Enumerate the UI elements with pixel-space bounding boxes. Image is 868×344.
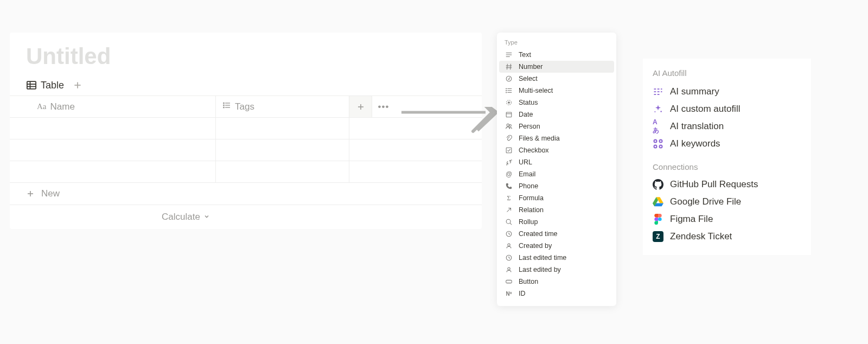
ai-option-label: AI summary	[670, 86, 719, 97]
tab-table[interactable]: Table	[26, 80, 64, 91]
type-option-label: Person	[519, 123, 540, 130]
chevron-down-icon	[203, 212, 210, 222]
type-option-id[interactable]: NºID	[499, 288, 614, 300]
table-header-row: Aa Name Tags •••	[10, 96, 482, 118]
type-option-person[interactable]: Person	[499, 120, 614, 132]
type-option-phone[interactable]: Phone	[499, 180, 614, 192]
new-row-label: New	[41, 188, 60, 199]
svg-line-38	[507, 208, 511, 212]
type-option-label: Email	[519, 170, 535, 178]
table-row[interactable]	[10, 118, 482, 139]
files-media-icon	[505, 134, 513, 143]
custom-icon	[653, 104, 663, 114]
ai-option-label: AI translation	[670, 121, 724, 132]
connection-label: GitHub Pull Requests	[670, 179, 758, 190]
github-icon	[653, 179, 663, 190]
add-view-button[interactable]	[72, 79, 84, 91]
type-option-multi-select[interactable]: Multi-select	[499, 85, 614, 97]
multi-select-icon	[505, 86, 513, 95]
svg-point-24	[506, 76, 512, 81]
select-icon	[505, 74, 513, 83]
table-options-button[interactable]: •••	[372, 96, 395, 117]
type-option-label: Button	[519, 278, 538, 285]
type-option-files-media[interactable]: Files & media	[499, 132, 614, 144]
type-option-select[interactable]: Select	[499, 73, 614, 85]
svg-point-53	[654, 145, 657, 148]
ai-option-custom[interactable]: AI custom autofill	[648, 100, 806, 118]
ai-option-keywords[interactable]: AI keywords	[648, 135, 806, 152]
type-option-label: URL	[519, 158, 532, 166]
type-option-label: Date	[519, 111, 533, 118]
connection-github[interactable]: GitHub Pull Requests	[648, 176, 806, 193]
text-icon	[505, 50, 513, 59]
svg-point-29	[506, 90, 507, 91]
rollup-icon	[505, 218, 513, 226]
connection-gdrive[interactable]: Google Drive File	[648, 193, 806, 211]
type-option-last-edited-by[interactable]: Last edited by	[499, 264, 614, 276]
svg-line-20	[507, 64, 508, 70]
svg-rect-33	[506, 112, 512, 117]
page-title[interactable]: Untitled	[10, 43, 482, 79]
type-option-email[interactable]: @Email	[499, 168, 614, 180]
type-option-label: Select	[519, 75, 538, 82]
figma-icon	[653, 214, 663, 225]
connection-zendesk[interactable]: ZZendesk Ticket	[648, 228, 806, 245]
type-option-url[interactable]: URL	[499, 156, 614, 168]
ai-option-label: AI custom autofill	[670, 104, 740, 114]
connection-figma[interactable]: Figma File	[648, 211, 806, 228]
email-icon: @	[505, 170, 513, 179]
table-row[interactable]	[10, 161, 482, 183]
type-option-status[interactable]: Status	[499, 97, 614, 109]
type-option-last-edited-time[interactable]: Last edited time	[499, 252, 614, 264]
svg-point-32	[508, 102, 510, 104]
connection-label: Google Drive File	[670, 196, 741, 207]
url-icon	[505, 158, 513, 167]
relation-icon	[505, 206, 513, 214]
type-option-label: Checkbox	[519, 146, 549, 154]
type-option-label: Rollup	[519, 218, 538, 226]
svg-rect-45	[506, 280, 512, 283]
type-option-label: Number	[519, 63, 542, 71]
svg-point-42	[508, 244, 510, 246]
add-column-button[interactable]	[349, 96, 372, 117]
type-option-formula[interactable]: ΣFormula	[499, 192, 614, 204]
type-option-relation[interactable]: Relation	[499, 204, 614, 216]
column-name[interactable]: Aa Name	[10, 96, 216, 117]
summary-icon	[653, 86, 663, 97]
person-icon	[505, 122, 513, 131]
calculate-label: Calculate	[162, 212, 200, 222]
ai-option-label: AI keywords	[670, 138, 720, 149]
table-row[interactable]	[10, 139, 482, 161]
ai-autofill-header: AI Autofill	[648, 68, 806, 83]
type-option-text[interactable]: Text	[499, 49, 614, 61]
svg-point-39	[506, 219, 510, 224]
svg-point-36	[509, 125, 512, 127]
svg-point-44	[508, 267, 510, 270]
database-panel: Untitled Table Aa Name	[10, 33, 482, 229]
last-edited-time-icon	[505, 253, 513, 262]
type-option-created-by[interactable]: Created by	[499, 240, 614, 252]
type-option-rollup[interactable]: Rollup	[499, 216, 614, 228]
type-option-label: Text	[519, 51, 531, 59]
type-option-checkbox[interactable]: Checkbox	[499, 144, 614, 156]
new-row-button[interactable]: New	[10, 183, 482, 205]
checkbox-icon	[505, 146, 513, 155]
column-tags[interactable]: Tags	[216, 96, 349, 117]
calculate-button[interactable]: Calculate	[162, 212, 210, 222]
formula-icon: Σ	[505, 194, 513, 202]
type-option-label: Relation	[519, 206, 544, 214]
type-option-date[interactable]: Date	[499, 109, 614, 120]
type-option-created-time[interactable]: Created time	[499, 228, 614, 240]
column-label: Tags	[235, 101, 254, 112]
calculate-row: Calculate	[10, 205, 482, 229]
svg-point-51	[654, 140, 657, 143]
translation-icon: Aあ	[653, 121, 663, 132]
ai-option-summary[interactable]: AI summary	[648, 83, 806, 100]
svg-point-54	[660, 145, 662, 148]
ai-option-translation[interactable]: AあAI translation	[648, 118, 806, 135]
type-option-button[interactable]: Button	[499, 276, 614, 288]
type-option-number[interactable]: Number	[499, 61, 614, 73]
svg-rect-0	[27, 81, 36, 89]
type-option-label: Status	[519, 99, 538, 106]
database-table: Aa Name Tags •••	[10, 95, 482, 229]
